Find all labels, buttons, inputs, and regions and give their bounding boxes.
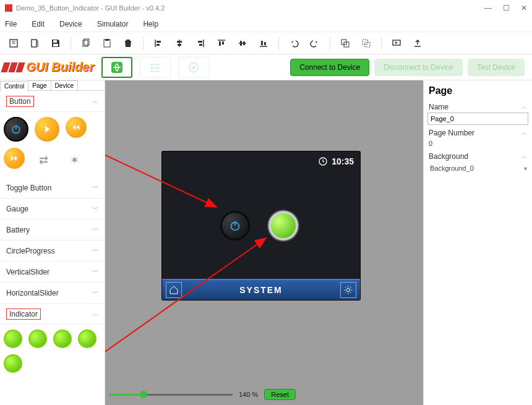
- section-toggle[interactable]: Toggle Button﹀: [0, 177, 105, 198]
- section-circleprogress[interactable]: CircleProgress﹀: [0, 241, 105, 262]
- svg-rect-3: [32, 40, 36, 47]
- dropdown-icon[interactable]: ▾: [524, 165, 527, 172]
- tab-device[interactable]: Device: [51, 80, 79, 90]
- test-device-button[interactable]: Test Device: [468, 59, 525, 76]
- menu-help[interactable]: Help: [143, 20, 158, 28]
- brand-row: GUI Builder Connect to Device Disconnect…: [0, 54, 532, 80]
- props-bg-label: Background: [429, 152, 468, 161]
- align-top-button[interactable]: [213, 35, 230, 52]
- canvas-area[interactable]: 10:35 SYSTEM 140 % Reset: [105, 80, 423, 405]
- align-left-button[interactable]: [150, 35, 167, 52]
- app-logo-icon: [5, 4, 12, 12]
- section-gauge[interactable]: Gauge﹀: [0, 198, 105, 220]
- section-button-label: Button: [6, 96, 34, 107]
- brand: GUI Builder: [2, 60, 94, 74]
- widget-button-power[interactable]: [4, 117, 28, 142]
- section-battery[interactable]: Battery﹀: [0, 220, 105, 241]
- brand-text: GUI Builder: [26, 60, 94, 74]
- window-title: Demo_35_Button_Indicator - GUI Builder -…: [16, 4, 165, 12]
- align-right-button[interactable]: [192, 35, 209, 52]
- mode-design-button[interactable]: [101, 57, 132, 78]
- close-button[interactable]: ✕: [521, 4, 527, 12]
- align-vcenter-button[interactable]: [234, 35, 251, 52]
- home-icon[interactable]: [166, 282, 182, 298]
- chevron-up-icon: ︿: [521, 103, 527, 111]
- widget-button-shuffle[interactable]: ⇄: [31, 148, 56, 173]
- present-button[interactable]: [388, 35, 405, 52]
- widget-indicator-5[interactable]: [4, 354, 22, 373]
- section-indicator[interactable]: Indicator ︿: [0, 304, 105, 325]
- props-title: Page: [427, 83, 528, 99]
- svg-rect-12: [157, 41, 161, 43]
- svg-rect-16: [178, 44, 181, 46]
- svg-rect-28: [264, 42, 266, 45]
- device-canvas[interactable]: 10:35 SYSTEM: [162, 151, 360, 300]
- svg-rect-22: [222, 41, 224, 45]
- widget-indicator-2[interactable]: [28, 330, 47, 348]
- svg-rect-21: [219, 41, 221, 46]
- redo-button[interactable]: [306, 35, 324, 52]
- widget-button-play[interactable]: [35, 117, 59, 142]
- align-hcenter-button[interactable]: [171, 35, 188, 52]
- chevron-up-icon: ︿: [521, 129, 527, 137]
- canvas-power-button[interactable]: [220, 211, 250, 241]
- svg-rect-27: [261, 41, 263, 45]
- clock-icon: [318, 156, 328, 166]
- section-hslider[interactable]: HorizontalSlider﹀: [0, 283, 105, 304]
- chevron-up-icon: ︿: [92, 97, 98, 106]
- disconnect-device-button[interactable]: Disconnect to Device: [374, 59, 463, 76]
- zoom-reset-button[interactable]: Reset: [264, 389, 296, 400]
- widget-indicator-3[interactable]: [53, 330, 72, 348]
- toolbar: [0, 32, 532, 54]
- upload-button[interactable]: [409, 35, 426, 52]
- mode-list-button[interactable]: [140, 57, 171, 78]
- section-indicator-label: Indicator: [6, 309, 41, 320]
- widget-button-forward[interactable]: [4, 148, 25, 169]
- group-button[interactable]: [337, 35, 354, 52]
- svg-rect-19: [199, 44, 202, 46]
- left-panel: Control Page Device Button ︿ ⇄ ✶ Toggle …: [0, 80, 105, 405]
- title-bar: Demo_35_Button_Indicator - GUI Builder -…: [0, 0, 532, 16]
- canvas-indicator[interactable]: [268, 211, 298, 241]
- copy-button[interactable]: [77, 35, 95, 52]
- menu-simulator[interactable]: Simulator: [97, 20, 129, 28]
- section-button[interactable]: Button ︿: [0, 91, 105, 112]
- widget-button-random[interactable]: ✶: [62, 148, 87, 173]
- svg-point-40: [151, 70, 153, 72]
- svg-rect-18: [198, 41, 202, 43]
- paste-button[interactable]: [98, 35, 116, 52]
- save-button[interactable]: [47, 35, 64, 52]
- delete-button[interactable]: [119, 35, 137, 52]
- section-vslider[interactable]: VerticalSlider﹀: [0, 262, 105, 283]
- menu-edit[interactable]: Edit: [32, 20, 45, 28]
- svg-rect-25: [243, 41, 245, 45]
- properties-panel: Page Name︿ Page Number︿ 0 Background︿ Ba…: [423, 80, 532, 405]
- zoom-slider[interactable]: [109, 394, 233, 396]
- props-name-input[interactable]: [427, 113, 528, 125]
- tab-control[interactable]: Control: [0, 81, 28, 91]
- svg-point-36: [151, 63, 153, 66]
- gear-icon[interactable]: [340, 282, 356, 298]
- canvas-navbar: SYSTEM: [162, 279, 360, 300]
- menu-file[interactable]: File: [5, 20, 17, 28]
- undo-button[interactable]: [285, 35, 302, 52]
- widget-indicator-1[interactable]: [4, 330, 22, 348]
- widget-button-rewind[interactable]: [66, 117, 87, 138]
- svg-rect-10: [126, 40, 130, 41]
- maximize-button[interactable]: ☐: [503, 4, 510, 12]
- svg-rect-4: [53, 40, 57, 43]
- props-bg-value[interactable]: Background_0: [429, 163, 475, 173]
- open-button[interactable]: [26, 35, 43, 52]
- chevron-down-icon: ﹀: [92, 184, 98, 192]
- connect-device-button[interactable]: Connect to Device: [290, 59, 369, 76]
- props-number-value: 0: [427, 139, 528, 148]
- minimize-button[interactable]: ―: [484, 4, 492, 12]
- mode-settings-button[interactable]: [178, 57, 209, 78]
- widget-indicator-4[interactable]: [78, 330, 97, 348]
- svg-point-49: [346, 288, 350, 291]
- tab-page[interactable]: Page: [28, 80, 51, 90]
- ungroup-button[interactable]: [358, 35, 375, 52]
- menu-device[interactable]: Device: [59, 20, 82, 28]
- new-button[interactable]: [5, 35, 22, 52]
- align-bottom-button[interactable]: [255, 35, 272, 52]
